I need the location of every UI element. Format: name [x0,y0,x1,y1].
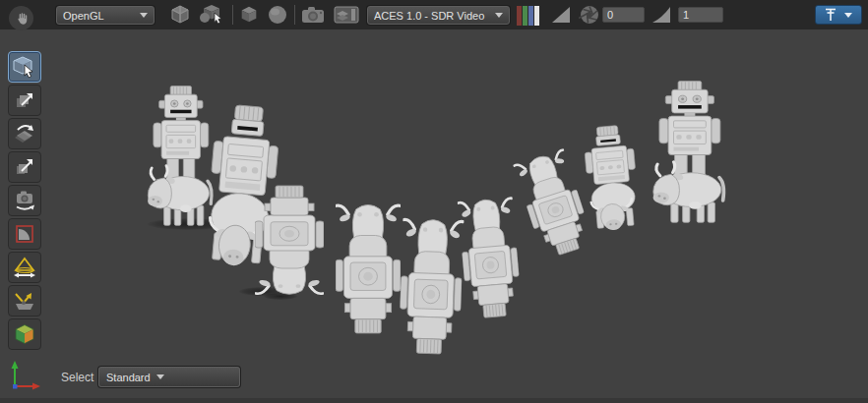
tool-textured-cube[interactable] [8,318,41,350]
select-mode-value: Standard [106,372,151,383]
model-robot-riding-cow[interactable] [398,214,464,362]
axis-gizmo [4,356,47,395]
tool-rotate[interactable] [8,118,41,149]
gamma-ramp-icon-button[interactable] [648,3,675,27]
top-toolbar: OpenGL [0,0,868,29]
channel-bars-icon-button[interactable] [514,4,541,28]
colorspace-dropdown-value: ACES 1.0 - SDR Video [374,10,489,22]
aperture-icon-button[interactable] [576,3,603,27]
camera-icon [300,4,326,26]
chevron-down-icon [156,374,164,379]
tool-transform[interactable] [8,151,41,183]
sphere-icon-button[interactable] [264,3,291,27]
model-robot-riding-cow[interactable] [457,194,523,325]
select-mode-dropdown[interactable]: Standard [98,367,240,387]
renderer-dropdown[interactable]: OpenGL [56,6,155,25]
aperture-icon [579,4,600,26]
select-objects-icon [198,3,227,27]
orbit-camera-icon [13,189,36,212]
tool-select-objects[interactable] [8,51,41,83]
chevron-down-icon [844,13,852,18]
model-robot-riding-cow[interactable] [649,80,729,227]
window-bottom-edge [0,398,868,403]
cube-icon [238,4,260,26]
viewport-models [0,0,868,403]
cube-icon-button[interactable] [235,3,263,27]
hand-icon [14,11,30,27]
rotate-diamond-icon [13,122,36,145]
channel-bars-icon [515,5,540,27]
renderer-dropdown-value: OpenGL [63,10,134,22]
shaded-cube-icon [168,3,192,27]
select-label: Select [61,371,93,384]
screen-capture-icon [333,4,360,26]
tool-marquee-select[interactable] [8,218,41,250]
chevron-down-icon [140,13,148,18]
toolbar-separator [294,5,295,25]
gamma-field[interactable] [678,7,723,23]
tool-light-cone[interactable] [8,252,41,283]
model-robot-riding-cow[interactable] [255,180,324,298]
sphere-icon [266,3,289,27]
reflect-arrow-icon [12,289,37,313]
exposure-ramp-icon [550,5,572,25]
exposure-ramp-icon-button[interactable] [547,3,575,27]
toolbar-separator [232,5,233,25]
light-cone-icon [12,256,37,279]
marquee-quarter-icon [13,222,36,246]
tool-orbit-camera[interactable] [8,185,41,216]
tool-move[interactable] [8,85,41,116]
pin-menu-button[interactable] [815,5,862,25]
move-arrow-icon [13,88,36,112]
chevron-down-icon [495,13,503,18]
tool-sidebar [8,51,41,352]
pan-hand-button[interactable] [9,6,33,30]
textured-cube-icon [13,322,36,346]
gamma-ramp-icon [651,5,672,25]
model-robot-riding-cow[interactable] [336,201,401,340]
screen-capture-icon-button[interactable] [331,3,362,27]
select-cube-icon [12,55,37,79]
shaded-cube-icon-button[interactable] [166,3,194,27]
pin-icon [825,8,837,22]
model-robot-riding-cow[interactable] [575,121,648,242]
colorspace-dropdown[interactable]: ACES 1.0 - SDR Video [367,6,510,25]
camera-icon-button[interactable] [299,3,327,27]
tool-reflection[interactable] [8,285,41,317]
select-objects-icon-button[interactable] [197,3,228,27]
exposure-field[interactable] [602,7,645,23]
viewport-canvas[interactable] [0,29,868,403]
transform-arrow-icon [13,155,36,179]
